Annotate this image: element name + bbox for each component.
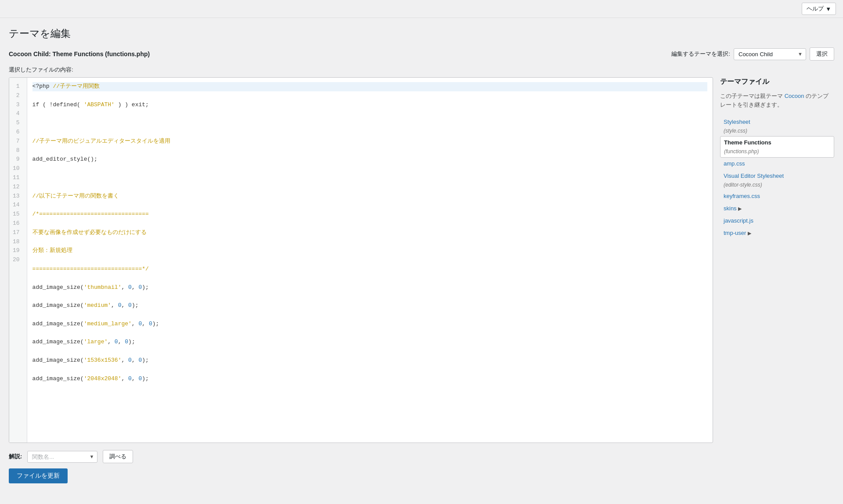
function-select[interactable]: 関数名... [27,451,97,463]
code-line-9: 不要な画像を作成せず必要なものだけにする [32,228,707,238]
file-link-stylesheet[interactable]: Stylesheet [720,116,834,128]
line-numbers: 1 2 3 4 5 6 7 8 9 10 11 12 13 14 15 16 1 [9,78,27,443]
code-line-16: add_image_size('1536x1536', 0, 0); [32,356,707,365]
lookup-button[interactable]: 調べる [103,450,133,463]
main-content: 1 2 3 4 5 6 7 8 9 10 11 12 13 14 15 16 1 [9,77,834,443]
top-bar: ヘルプ ▼ [0,0,843,18]
code-line-1: <?php //子テーマ用関数 [32,82,707,91]
file-item-editor-style: Visual Editor Stylesheet (editor-style.c… [720,170,834,190]
theme-select[interactable]: Cocoon Child Cocoon Twenty Twenty-Three [734,48,806,60]
file-item-functions: Theme Functions (functions.php) [720,136,834,158]
file-link-keyframes[interactable]: keyframes.css [720,190,834,202]
code-line-14: add_image_size('medium_large', 0, 0); [32,320,707,329]
code-line-7: //以下に子テーマ用の関数を書く [32,192,707,201]
code-line-6 [32,173,707,183]
file-list: Stylesheet (style.css) Theme Functions (… [720,116,834,239]
sidebar-title: テーマファイル [720,77,834,86]
file-item-skins: skins ▶ [720,202,834,215]
file-link-javascript[interactable]: javascript.js [720,215,834,227]
code-line-2: if ( !defined( 'ABSPATH' ) ) exit; [32,101,707,110]
folder-arrow-skins: ▶ [738,206,742,211]
code-line-18 [32,392,707,402]
bottom-controls: 解説: 関数名... ▼ 調べる [9,450,834,463]
code-content[interactable]: <?php //子テーマ用関数 if ( !defined( 'ABSPATH'… [27,78,713,443]
folder-arrow-tmp: ▶ [748,230,751,236]
code-line-20 [32,429,707,438]
file-item-keyframes: keyframes.css [720,190,834,202]
page-title: テーマを編集 [9,27,834,40]
code-line-4: //子テーマ用のビジュアルエディタースタイルを適用 [32,137,707,146]
theme-select-wrapper: Cocoon Child Cocoon Twenty Twenty-Three … [734,48,806,60]
update-file-button[interactable]: ファイルを更新 [9,468,68,483]
code-line-17: add_image_size('2048x2048', 0, 0); [32,374,707,384]
help-arrow: ▼ [825,6,831,12]
code-line-10: 分類：新規処理 [32,246,707,256]
file-item-stylesheet: Stylesheet (style.css) [720,116,834,136]
select-theme-button[interactable]: 選択 [810,47,834,61]
code-line-8: /*================================ [32,210,707,219]
code-line-3 [32,119,707,128]
file-link-functions[interactable]: Theme Functions [721,137,834,148]
theme-selector-label: 編集するテーマを選択: [671,50,730,58]
parent-theme-link[interactable]: Cocoon [785,93,804,99]
file-item-javascript: javascript.js [720,215,834,227]
file-sub-editor-style: (editor-style.css) [720,182,834,190]
code-line-15: add_image_size('large', 0, 0); [32,338,707,347]
file-title: Cocoon Child: Theme Functions (functions… [9,50,150,58]
right-sidebar: テーマファイル この子テーマは親テーマ Cocoon のテンプレートを引き継ぎま… [720,77,834,239]
file-link-skins[interactable]: skins ▶ [720,202,834,214]
code-line-5: add_editor_style(); [32,155,707,164]
page-container: テーマを編集 Cocoon Child: Theme Functions (fu… [0,18,843,492]
file-sub-stylesheet: (style.css) [720,128,834,136]
file-link-tmp-user[interactable]: tmp-user ▶ [720,227,834,239]
code-line-19 [32,411,707,420]
file-item-tmp-user: tmp-user ▶ [720,227,834,239]
theme-selector: 編集するテーマを選択: Cocoon Child Cocoon Twenty T… [671,47,834,61]
bottom-label: 解説: [9,453,22,461]
section-label: 選択したファイルの内容: [9,66,834,74]
sidebar-description: この子テーマは親テーマ Cocoon のテンプレートを引き継ぎます。 [720,92,834,109]
file-sub-functions: (functions.php) [721,148,834,157]
code-line-12: add_image_size('thumbnail', 0, 0); [32,283,707,292]
help-button[interactable]: ヘルプ ▼ [802,3,836,15]
function-select-wrapper: 関数名... ▼ [27,451,97,463]
file-item-amp: amp.css [720,158,834,170]
code-editor-wrapper: 1 2 3 4 5 6 7 8 9 10 11 12 13 14 15 16 1 [9,77,713,443]
code-line-13: add_image_size('medium', 0, 0); [32,301,707,310]
header-row: Cocoon Child: Theme Functions (functions… [9,47,834,61]
code-line-11: ================================*/ [32,265,707,274]
help-label: ヘルプ [807,5,824,13]
file-link-amp[interactable]: amp.css [720,158,834,169]
file-link-editor-style[interactable]: Visual Editor Stylesheet [720,170,834,182]
code-editor[interactable]: 1 2 3 4 5 6 7 8 9 10 11 12 13 14 15 16 1 [9,78,713,443]
